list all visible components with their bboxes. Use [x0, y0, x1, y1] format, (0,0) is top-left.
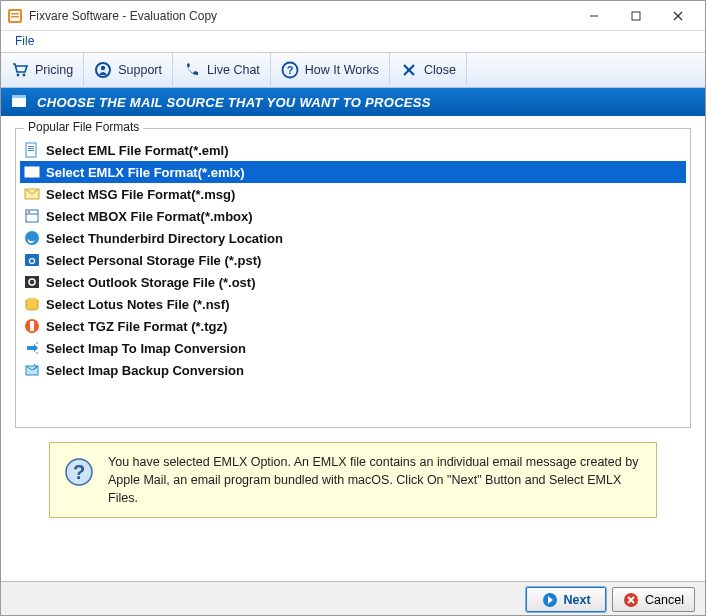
footer: Next Cancel [1, 581, 705, 616]
format-item-label: Select EMLX File Format(*.emlx) [46, 165, 245, 180]
window-title: Fixvare Software - Evaluation Copy [29, 9, 573, 23]
info-box: ? You have selected EMLX Option. An EMLX… [49, 442, 657, 518]
format-item-label: Select EML File Format(*.eml) [46, 143, 229, 158]
toolbar-pricing-button[interactable]: Pricing [1, 53, 84, 88]
svg-rect-3 [11, 16, 19, 18]
file-formats-fieldset: Popular File Formats Select EML File For… [15, 128, 691, 428]
banner-text: CHOOSE THE MAIL SOURCE THAT YOU WANT TO … [37, 95, 431, 110]
maximize-button[interactable] [615, 2, 657, 30]
svg-rect-17 [12, 95, 26, 98]
toolbar-support-button[interactable]: Support [84, 53, 173, 88]
nsf-icon [24, 296, 40, 312]
svg-point-26 [25, 231, 39, 245]
pst-icon: O [24, 252, 40, 268]
format-item-label: Select Imap Backup Conversion [46, 363, 244, 378]
format-item-emlx[interactable]: Select EMLX File Format(*.emlx) [20, 161, 686, 183]
format-item-tgz[interactable]: Select TGZ File Format (*.tgz) [20, 315, 686, 337]
format-item-label: Select Lotus Notes File (*.nsf) [46, 297, 229, 312]
format-item-label: Select Imap To Imap Conversion [46, 341, 246, 356]
imapbk-icon [24, 362, 40, 378]
cancel-button-label: Cancel [645, 593, 684, 607]
imap-icon [24, 340, 40, 356]
fieldset-legend: Popular File Formats [24, 120, 143, 134]
toolbar-pricing-label: Pricing [35, 63, 73, 77]
minimize-button[interactable] [573, 2, 615, 30]
toolbar-close-label: Close [424, 63, 456, 77]
phone-icon [183, 61, 201, 79]
toolbar: Pricing Support Live Chat ? How It Works… [1, 53, 705, 88]
format-item-label: Select MBOX File Format(*.mbox) [46, 209, 253, 224]
svg-text:?: ? [73, 461, 85, 483]
headset-icon [94, 61, 112, 79]
svg-point-9 [23, 74, 26, 77]
content-area: Popular File Formats Select EML File For… [1, 116, 705, 581]
menubar: File [1, 31, 705, 53]
next-button[interactable]: Next [526, 587, 606, 612]
mbox-icon [24, 208, 40, 224]
titlebar: Fixvare Software - Evaluation Copy [1, 1, 705, 31]
format-item-label: Select Thunderbird Directory Location [46, 231, 283, 246]
info-text: You have selected EMLX Option. An EMLX f… [108, 453, 642, 507]
format-item-mbox[interactable]: Select MBOX File Format(*.mbox) [20, 205, 686, 227]
toolbar-livechat-label: Live Chat [207, 63, 260, 77]
emlx-icon [24, 164, 40, 180]
cancel-x-icon [623, 592, 639, 608]
svg-point-8 [17, 74, 20, 77]
format-item-label: Select Personal Storage File (*.pst) [46, 253, 261, 268]
format-item-msg[interactable]: Select MSG File Format(*.msg) [20, 183, 686, 205]
svg-rect-29 [25, 276, 39, 288]
svg-rect-24 [26, 210, 38, 222]
format-item-ost[interactable]: Select Outlook Storage File (*.ost) [20, 271, 686, 293]
question-icon: ? [281, 61, 299, 79]
svg-rect-2 [11, 13, 19, 15]
svg-rect-5 [632, 12, 640, 20]
svg-point-25 [28, 211, 30, 213]
format-item-nsf[interactable]: Select Lotus Notes File (*.nsf) [20, 293, 686, 315]
svg-rect-20 [28, 148, 34, 149]
info-icon: ? [64, 457, 94, 487]
eml-icon [24, 142, 40, 158]
format-item-label: Select MSG File Format(*.msg) [46, 187, 235, 202]
format-item-tbird[interactable]: Select Thunderbird Directory Location [20, 227, 686, 249]
tbird-icon [24, 230, 40, 246]
app-icon [7, 8, 23, 24]
svg-text:O: O [28, 256, 35, 266]
page-banner: CHOOSE THE MAIL SOURCE THAT YOU WANT TO … [1, 88, 705, 116]
svg-rect-21 [28, 150, 34, 151]
toolbar-livechat-button[interactable]: Live Chat [173, 53, 271, 88]
svg-rect-19 [28, 146, 34, 147]
toolbar-close-button[interactable]: Close [390, 53, 467, 88]
toolbar-how-label: How It Works [305, 63, 379, 77]
svg-rect-33 [30, 321, 34, 331]
format-item-label: Select Outlook Storage File (*.ost) [46, 275, 255, 290]
format-item-label: Select TGZ File Format (*.tgz) [46, 319, 227, 334]
banner-icon [11, 93, 27, 112]
ost-icon [24, 274, 40, 290]
cancel-button[interactable]: Cancel [612, 587, 695, 612]
svg-text:?: ? [286, 64, 293, 76]
format-item-imapbk[interactable]: Select Imap Backup Conversion [20, 359, 686, 381]
close-window-button[interactable] [657, 2, 699, 30]
msg-icon [24, 186, 40, 202]
tgz-icon [24, 318, 40, 334]
menu-file[interactable]: File [7, 31, 42, 51]
format-item-imap[interactable]: Select Imap To Imap Conversion [20, 337, 686, 359]
format-item-pst[interactable]: OSelect Personal Storage File (*.pst) [20, 249, 686, 271]
x-icon [400, 61, 418, 79]
toolbar-support-label: Support [118, 63, 162, 77]
toolbar-how-button[interactable]: ? How It Works [271, 53, 390, 88]
next-button-label: Next [564, 593, 591, 607]
cart-icon [11, 61, 29, 79]
svg-point-11 [101, 66, 105, 70]
next-arrow-icon [542, 592, 558, 608]
format-item-eml[interactable]: Select EML File Format(*.eml) [20, 139, 686, 161]
